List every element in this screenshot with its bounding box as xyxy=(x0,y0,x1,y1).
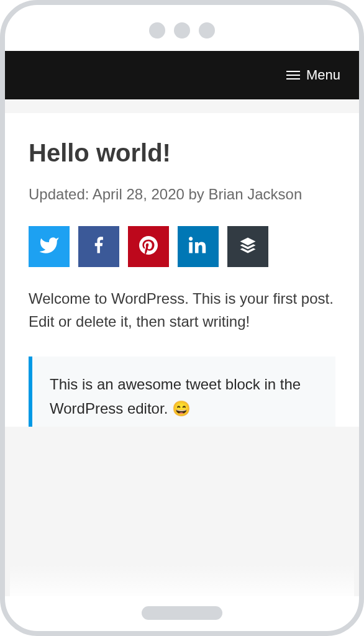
tweet-block: This is an awesome tweet block in the Wo… xyxy=(29,357,335,427)
screen: Menu Hello world! Updated: April 28, 202… xyxy=(5,51,359,596)
menu-button[interactable]: Menu xyxy=(286,67,340,83)
post-title: Hello world! xyxy=(29,139,335,167)
phone-speaker-dots xyxy=(5,5,359,51)
phone-dot xyxy=(199,22,215,39)
post-card: Hello world! Updated: April 28, 2020 by … xyxy=(5,113,359,427)
pinterest-share-button[interactable] xyxy=(128,226,169,267)
linkedin-icon xyxy=(189,236,207,257)
facebook-share-button[interactable] xyxy=(78,226,119,267)
phone-dot xyxy=(174,22,190,39)
post-body: Welcome to WordPress. This is your first… xyxy=(29,287,335,333)
menu-label: Menu xyxy=(306,67,340,83)
hamburger-icon xyxy=(286,71,300,80)
buffer-icon xyxy=(239,236,257,257)
pinterest-icon xyxy=(139,236,158,257)
buffer-share-button[interactable] xyxy=(227,226,268,267)
tweet-block-text: This is an awesome tweet block in the Wo… xyxy=(50,376,301,416)
twitter-icon xyxy=(39,235,60,258)
twitter-share-button[interactable] xyxy=(29,226,70,267)
site-header: Menu xyxy=(5,51,359,99)
post-meta: Updated: April 28, 2020 by Brian Jackson xyxy=(29,182,335,207)
phone-frame: Menu Hello world! Updated: April 28, 202… xyxy=(0,0,364,636)
phone-dot xyxy=(149,22,165,39)
linkedin-share-button[interactable] xyxy=(178,226,219,267)
social-share-row xyxy=(29,226,335,267)
facebook-icon xyxy=(89,236,108,257)
phone-home-indicator xyxy=(142,606,222,620)
